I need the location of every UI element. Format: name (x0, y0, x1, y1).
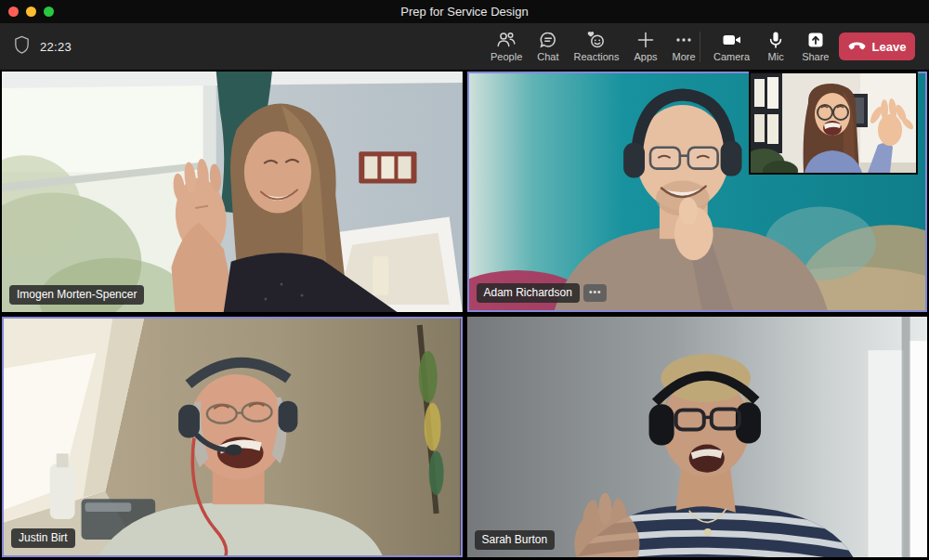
video-feed-sarah (467, 317, 928, 557)
people-icon (496, 31, 517, 49)
people-button[interactable]: People (485, 25, 528, 68)
close-window-button[interactable] (8, 7, 19, 17)
shield-icon (13, 35, 31, 59)
more-icon (674, 31, 693, 49)
camera-button[interactable]: Camera (708, 25, 755, 68)
meeting-timer: 22:23 (40, 40, 72, 54)
meeting-toolbar: 22:23 People Chat (0, 23, 929, 70)
reactions-button[interactable]: Reactions (569, 25, 625, 68)
self-view-pip[interactable] (749, 72, 918, 175)
video-stage: Imogen Morten-Spencer (0, 70, 929, 560)
meeting-status-group: 22:23 (13, 23, 72, 70)
toolbar-device-buttons: Camera Mic Share (708, 23, 834, 70)
mic-button[interactable]: Mic (761, 25, 791, 68)
window-titlebar: Prep for Service Design (0, 0, 929, 23)
video-feed-justin (4, 319, 461, 555)
minimize-window-button[interactable] (26, 7, 36, 17)
self-view-video (751, 73, 916, 173)
video-feed-imogen (2, 72, 463, 312)
leave-button[interactable]: Leave (839, 33, 915, 60)
people-label: People (491, 51, 522, 62)
reactions-label: Reactions (574, 51, 620, 62)
reactions-icon (586, 31, 606, 49)
more-button[interactable]: More (667, 25, 701, 68)
hangup-icon (848, 40, 866, 54)
share-label: Share (802, 51, 829, 62)
video-tile-sarah[interactable]: Sarah Burton (467, 317, 928, 557)
toolbar-center-buttons: People Chat Reactions (485, 23, 701, 70)
apps-button[interactable]: Apps (628, 25, 662, 68)
camera-label: Camera (713, 51, 750, 62)
zoom-window-button[interactable] (44, 7, 54, 17)
leave-label: Leave (872, 40, 907, 54)
more-label: More (673, 51, 696, 62)
apps-label: Apps (634, 51, 657, 62)
video-tile-justin[interactable]: Justin Birt (2, 317, 463, 557)
camera-icon (722, 31, 742, 49)
apps-icon (636, 31, 655, 49)
mic-icon (766, 31, 785, 49)
chat-button[interactable]: Chat (531, 25, 564, 68)
chat-icon (539, 31, 557, 49)
window-controls (8, 7, 54, 17)
share-button[interactable]: Share (796, 25, 834, 68)
participant-name-label: Justin Birt (11, 528, 75, 548)
video-tile-imogen[interactable]: Imogen Morten-Spencer (2, 72, 463, 312)
share-icon (806, 31, 825, 49)
meeting-title: Prep for Service Design (400, 5, 528, 19)
participant-more-button[interactable]: ••• (583, 284, 608, 302)
mic-label: Mic (768, 51, 784, 62)
chat-label: Chat (537, 51, 558, 62)
participant-name-label: Imogen Morten-Spencer (9, 285, 144, 305)
toolbar-divider (700, 32, 700, 62)
participant-name-label: Sarah Burton (475, 530, 556, 550)
participant-name-label: Adam Richardson (477, 283, 580, 303)
